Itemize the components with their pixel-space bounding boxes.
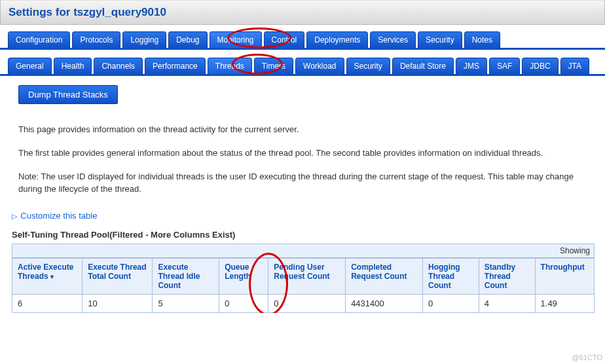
col-hogging-thread[interactable]: Hogging Thread Count — [423, 258, 479, 294]
tab-debug[interactable]: Debug — [168, 31, 207, 48]
customize-label[interactable]: Customize this table — [20, 211, 97, 221]
subtab-timers[interactable]: Timers — [254, 58, 293, 74]
cell-throughput: 1.49 — [535, 294, 594, 312]
cell-active-execute-threads: 6 — [12, 294, 82, 312]
tab-logging[interactable]: Logging — [122, 31, 166, 48]
tab-control[interactable]: Control — [264, 31, 305, 48]
showing-bar: Showing — [12, 244, 595, 258]
customize-table-link[interactable]: ▷ Customize this table — [12, 211, 595, 221]
main-tab-border — [0, 48, 605, 50]
sub-tab-strip: General Health Channels Performance Thre… — [8, 58, 605, 74]
subtab-health[interactable]: Health — [54, 58, 92, 74]
cell-completed-request: 4431400 — [346, 294, 423, 312]
table-header-row: Active Execute Threads ▾ Execute Thread … — [12, 258, 595, 294]
page-title: Settings for tszgyl_query9010 — [9, 6, 166, 18]
col-queue-length[interactable]: Queue Length — [219, 258, 268, 294]
table-row: 6 10 5 0 0 4431400 0 4 1.49 — [12, 294, 595, 312]
header-bar: Settings for tszgyl_query9010 — [0, 0, 605, 25]
col-active-execute-threads[interactable]: Active Execute Threads ▾ — [12, 258, 82, 294]
table-title: Self-Tuning Thread Pool(Filtered - More … — [12, 230, 595, 240]
col-execute-thread-total[interactable]: Execute Thread Total Count — [82, 258, 153, 294]
subtab-default-store[interactable]: Default Store — [392, 58, 454, 74]
cell-queue-length: 0 — [219, 294, 268, 312]
tab-security[interactable]: Security — [418, 31, 462, 48]
content-area: Dump Thread Stacks This page provides in… — [0, 76, 605, 313]
dump-thread-stacks-button[interactable]: Dump Thread Stacks — [18, 85, 118, 104]
tab-monitoring[interactable]: Monitoring — [210, 31, 262, 48]
main-tab-strip: Configuration Protocols Logging Debug Mo… — [8, 31, 605, 48]
thread-pool-table: Active Execute Threads ▾ Execute Thread … — [12, 258, 595, 313]
subtab-saf[interactable]: SAF — [489, 58, 520, 74]
description-p3: Note: The user ID displayed for individu… — [18, 171, 595, 194]
tab-protocols[interactable]: Protocols — [72, 31, 120, 48]
subtab-threads[interactable]: Threads — [208, 58, 252, 74]
description-block: This page provides information on the th… — [18, 124, 595, 195]
subtab-workload[interactable]: Workload — [295, 58, 344, 74]
cell-standby-thread: 4 — [479, 294, 535, 312]
tab-deployments[interactable]: Deployments — [306, 31, 368, 48]
tab-notes[interactable]: Notes — [464, 31, 500, 48]
col-pending-user-request[interactable]: Pending User Request Count — [268, 258, 346, 294]
subtab-security2[interactable]: Security — [346, 58, 390, 74]
cell-execute-thread-idle: 5 — [153, 294, 219, 312]
sort-asc-icon: ▾ — [50, 273, 54, 280]
subtab-general[interactable]: General — [8, 58, 52, 74]
cell-hogging-thread: 0 — [423, 294, 479, 312]
subtab-channels[interactable]: Channels — [94, 58, 143, 74]
col-execute-thread-idle[interactable]: Execute Thread Idle Count — [153, 258, 219, 294]
tab-configuration[interactable]: Configuration — [8, 31, 70, 48]
col-completed-request[interactable]: Completed Request Count — [346, 258, 423, 294]
subtab-jdbc[interactable]: JDBC — [522, 58, 558, 74]
col-throughput[interactable]: Throughput — [535, 258, 594, 294]
cell-pending-user-request: 0 — [268, 294, 346, 312]
subtab-jms[interactable]: JMS — [456, 58, 487, 74]
description-p1: This page provides information on the th… — [18, 124, 595, 136]
description-p2: The first table provides general informa… — [18, 147, 595, 159]
col-standby-thread[interactable]: Standby Thread Count — [479, 258, 535, 294]
subtab-performance[interactable]: Performance — [145, 58, 206, 74]
cell-execute-thread-total: 10 — [82, 294, 153, 312]
triangle-icon: ▷ — [12, 212, 17, 220]
showing-label: Showing — [560, 246, 590, 255]
subtab-jta[interactable]: JTA — [560, 58, 589, 74]
tab-services[interactable]: Services — [370, 31, 416, 48]
